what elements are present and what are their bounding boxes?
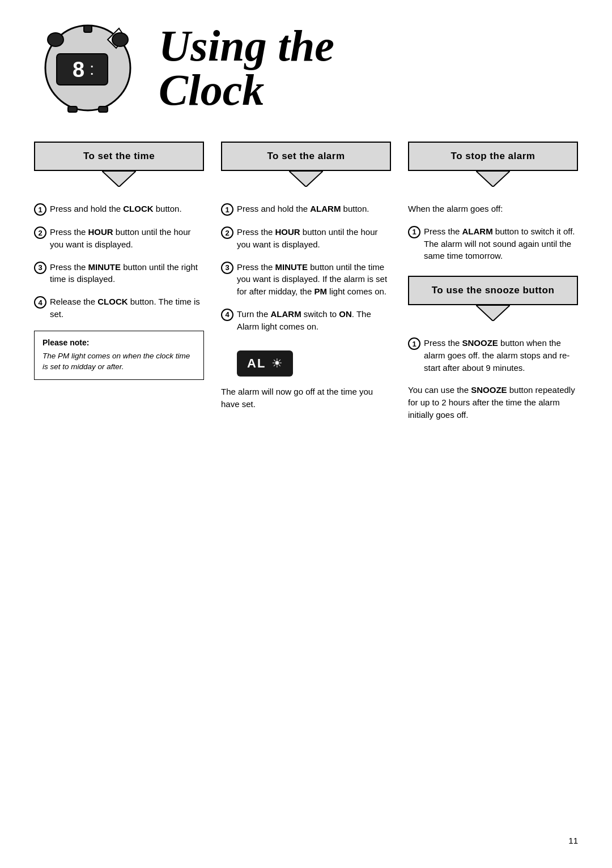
set-time-chevron — [34, 171, 204, 187]
svg-marker-13 — [476, 305, 510, 321]
svg-rect-9 — [99, 106, 108, 112]
snooze-step-num-1: 1 — [408, 337, 420, 350]
svg-marker-12 — [476, 171, 510, 187]
alarm-step-text-3: Press the MINUTE button until the time y… — [237, 261, 391, 298]
stop-alarm-banner-group: To stop the alarm — [408, 142, 578, 187]
alarm-step-text-2: Press the HOUR button until the hour you… — [237, 226, 391, 251]
set-alarm-step-1: 1 Press and hold the ALARM button. — [221, 203, 391, 216]
al-text: AL — [247, 356, 266, 371]
alarm-step-num-3: 3 — [221, 262, 233, 274]
alarm-step-num-4: 4 — [221, 309, 233, 321]
alarm-after-text: The alarm will now go off at the time yo… — [221, 386, 391, 411]
please-note-box: Please note: The PM light comes on when … — [34, 331, 204, 380]
svg-point-6 — [48, 33, 63, 46]
snooze-extra-text: You can use the SNOOZE button repeatedly… — [408, 384, 578, 421]
step-text-1: Press and hold the CLOCK button. — [50, 203, 204, 215]
al-sun-icon: ☀ — [271, 356, 283, 371]
note-title: Please note: — [42, 338, 196, 347]
column-set-alarm: To set the alarm 1 Press and hold the AL… — [221, 142, 391, 421]
set-alarm-step-4: 4 Turn the ALARM switch to ON. The Alarm… — [221, 308, 391, 333]
page-title: Using the Clock — [159, 24, 334, 112]
alarm-step-num-1: 1 — [221, 203, 233, 216]
step-number-2: 2 — [34, 226, 46, 239]
page-number-value: 11 — [568, 836, 578, 845]
note-text: The PM light comes on when the clock tim… — [42, 350, 196, 373]
clock-icon-container: 8 : — [34, 23, 142, 113]
al-display-indicator: AL ☀ — [237, 350, 293, 377]
step-number-1: 1 — [34, 203, 46, 216]
set-time-step-1: 1 Press and hold the CLOCK button. — [34, 203, 204, 216]
set-alarm-step-2: 2 Press the HOUR button until the hour y… — [221, 226, 391, 251]
column-set-time: To set the time 1 Press and hold the CLO… — [34, 142, 204, 380]
set-time-step-3: 3 Press the MINUTE button until the righ… — [34, 261, 204, 286]
header: 8 : Using the Clock — [34, 23, 578, 113]
step-number-4: 4 — [34, 296, 46, 309]
step-text-4: Release the CLOCK button. The time is se… — [50, 296, 204, 320]
clock-illustration: 8 : — [34, 23, 142, 113]
set-alarm-step-3: 3 Press the MINUTE button until the time… — [221, 261, 391, 298]
set-alarm-banner-label: To set the alarm — [267, 151, 345, 161]
page-container: 8 : Using the Clock — [0, 0, 612, 868]
snooze-banner-group: To use the snooze button — [408, 276, 578, 321]
set-alarm-banner: To set the alarm — [221, 142, 391, 171]
title-line1: Using the — [159, 21, 334, 70]
svg-rect-8 — [68, 106, 77, 112]
stop-step-num-1: 1 — [408, 226, 420, 238]
alarm-step-text-1: Press and hold the ALARM button. — [237, 203, 391, 215]
snooze-step-text-1: Press the SNOOZE button when the alarm g… — [424, 337, 578, 374]
step-number-3: 3 — [34, 262, 46, 274]
svg-marker-11 — [289, 171, 323, 187]
svg-point-7 — [112, 33, 128, 46]
snooze-banner: To use the snooze button — [408, 276, 578, 305]
title-line2: Clock — [159, 65, 264, 114]
set-time-step-2: 2 Press the HOUR button until the hour y… — [34, 226, 204, 251]
svg-marker-10 — [102, 171, 136, 187]
svg-rect-5 — [84, 25, 92, 32]
alarm-step-text-4: Turn the ALARM switch to ON. The Alarm l… — [237, 308, 391, 333]
set-time-step-4: 4 Release the CLOCK button. The time is … — [34, 296, 204, 320]
columns-layout: To set the time 1 Press and hold the CLO… — [34, 142, 578, 431]
set-alarm-chevron — [221, 171, 391, 187]
stop-alarm-step-1: 1 Press the ALARM button to switch it of… — [408, 225, 578, 262]
set-time-banner-label: To set the time — [83, 151, 155, 161]
snooze-chevron — [408, 305, 578, 321]
stop-alarm-banner: To stop the alarm — [408, 142, 578, 171]
alarm-step-num-2: 2 — [221, 226, 233, 239]
column-stop-alarm: To stop the alarm When the alarm goes of… — [408, 142, 578, 431]
snooze-banner-label: To use the snooze button — [432, 285, 555, 296]
set-time-banner-group: To set the time — [34, 142, 204, 187]
svg-text::: : — [90, 59, 94, 78]
snooze-step-1: 1 Press the SNOOZE button when the alarm… — [408, 337, 578, 374]
step-text-3: Press the MINUTE button until the right … — [50, 261, 204, 286]
stop-alarm-banner-label: To stop the alarm — [451, 151, 536, 161]
stop-alarm-chevron — [408, 171, 578, 187]
page-number: 11 — [568, 836, 578, 845]
set-alarm-banner-group: To set the alarm — [221, 142, 391, 187]
step-text-2: Press the HOUR button until the hour you… — [50, 226, 204, 251]
stop-step-text-1: Press the ALARM button to switch it off.… — [424, 225, 578, 262]
stop-alarm-intro: When the alarm goes off: — [408, 203, 578, 215]
svg-text:8: 8 — [73, 58, 84, 82]
set-time-banner: To set the time — [34, 142, 204, 171]
